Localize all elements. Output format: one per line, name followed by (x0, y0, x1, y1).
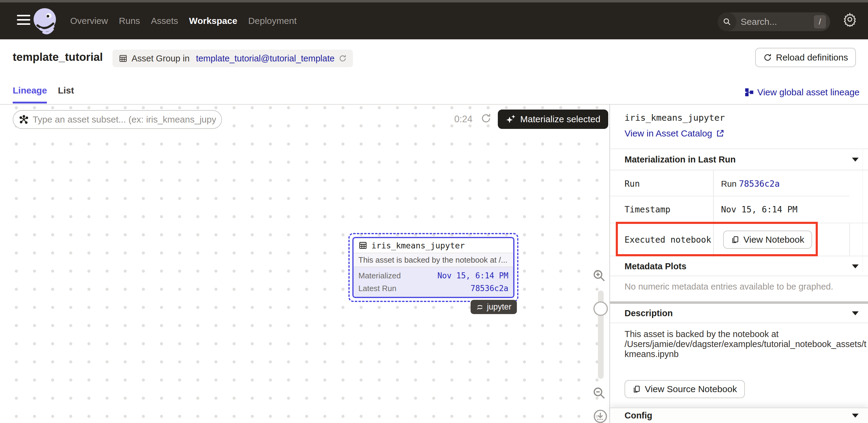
primary-nav: Overview Runs Assets Workspace Deploymen… (70, 2, 297, 39)
run-value-prefix: Run (721, 179, 739, 188)
breadcrumb-repo-link[interactable]: template_tutorial@tutorial_template (196, 54, 335, 64)
description-line: kmeans.ipynb (624, 349, 861, 359)
gear-icon[interactable] (843, 12, 857, 27)
chevron-down-icon (852, 264, 859, 269)
metadata-empty-text: No numeric metadata entries available to… (624, 282, 833, 292)
row-divider (610, 196, 849, 197)
zoom-out-icon[interactable] (592, 386, 606, 400)
zoom-slider-thumb[interactable] (593, 301, 608, 316)
description-heading: Description (624, 308, 673, 318)
asset-node-name: iris_kmeans_jupyter (371, 241, 465, 250)
window-edge (0, 0, 868, 2)
table-column-divider (713, 170, 714, 257)
table-row3-divider (849, 223, 850, 256)
asset-group-icon (119, 54, 128, 63)
timestamp-value: Nov 15, 6:14 PM (721, 205, 798, 214)
asset-sidebar-panel: iris_kmeans_jupyter View in Asset Catalo… (610, 105, 868, 423)
latest-run-label: Latest Run (359, 284, 397, 293)
zoom-in-icon[interactable] (592, 269, 606, 282)
lineage-canvas[interactable]: 0:24 Materialize selected (0, 105, 610, 423)
zoom-to-fit-icon[interactable] (593, 409, 608, 423)
panel-asset-name: iris_kmeans_jupyter (624, 113, 725, 123)
breadcrumb: Asset Group in template_tutorial@tutoria… (113, 50, 353, 67)
row-divider (610, 223, 868, 223)
materialized-label: Materialized (359, 271, 401, 280)
view-notebook-button[interactable]: View Notebook (723, 231, 812, 249)
tab-list[interactable]: List (58, 85, 74, 103)
catalog-link-label: View in Asset Catalog (624, 128, 712, 139)
global-lineage-label: View global asset lineage (757, 87, 860, 97)
top-nav-bar: Overview Runs Assets Workspace Deploymen… (0, 0, 868, 39)
notebook-icon (632, 385, 641, 393)
metadata-plots-heading: Metadata Plots (624, 262, 686, 271)
search-icon (718, 12, 737, 31)
config-heading: Config (624, 411, 652, 421)
nav-item-overview[interactable]: Overview (70, 16, 108, 26)
view-in-asset-catalog-link[interactable]: View in Asset Catalog (624, 128, 724, 139)
view-tabs: Lineage List (13, 85, 74, 103)
asset-subset-filter[interactable] (13, 110, 222, 129)
materialized-value[interactable]: Nov 15, 6:14 PM (437, 271, 508, 280)
reload-icon (763, 53, 772, 62)
run-key: Run (624, 179, 640, 189)
reload-definitions-label: Reload definitions (776, 52, 848, 63)
compute-kind-tag-jupyter[interactable]: jupyter (471, 300, 517, 314)
external-link-icon (716, 129, 724, 138)
search-shortcut-badge: / (814, 15, 826, 28)
refresh-icon[interactable] (480, 113, 492, 124)
page-title: template_tutorial (13, 51, 103, 64)
global-search[interactable]: Search... / (718, 12, 830, 31)
chevron-down-icon (852, 311, 859, 315)
asset-node-description: This asset is backed by the notebook at … (353, 253, 513, 267)
row-divider (610, 256, 868, 256)
view-source-notebook-label: View Source Notebook (645, 384, 737, 394)
asset-node-iris-kmeans-jupyter[interactable]: iris_kmeans_jupyter This asset is backed… (352, 237, 515, 298)
nav-item-workspace[interactable]: Workspace (189, 16, 238, 26)
dagster-app: Overview Runs Assets Workspace Deploymen… (0, 0, 868, 423)
asset-node-selection[interactable]: iris_kmeans_jupyter This asset is backed… (348, 233, 518, 302)
description-text: This asset is backed by the notebook at … (624, 329, 861, 359)
refresh-timer: 0:24 (454, 114, 472, 125)
nav-item-deployment[interactable]: Deployment (248, 16, 297, 26)
chevron-down-icon (852, 157, 859, 162)
chevron-down-icon (852, 413, 859, 418)
section-config[interactable]: Config (610, 407, 868, 423)
tab-lineage[interactable]: Lineage (13, 85, 47, 103)
menu-icon[interactable] (17, 15, 30, 25)
nav-item-runs[interactable]: Runs (119, 16, 140, 26)
description-line: /Users/jamie/dev/dagster/examples/tutori… (624, 339, 861, 349)
jupyter-icon (476, 303, 484, 311)
asset-table-icon (359, 241, 368, 250)
asset-node-stats: Materialized Nov 15, 6:14 PM Latest Run … (353, 267, 513, 298)
asset-subset-input[interactable] (33, 114, 216, 125)
view-source-notebook-button[interactable]: View Source Notebook (624, 380, 745, 398)
graph-filter-icon (19, 114, 29, 125)
nav-item-assets[interactable]: Assets (151, 16, 178, 26)
notebook-icon (731, 235, 740, 244)
description-line: This asset is backed by the notebook at (624, 329, 861, 339)
sparkle-icon (506, 114, 516, 124)
timestamp-key: Timestamp (624, 205, 671, 214)
latest-run-value[interactable]: 78536c2a (471, 284, 508, 293)
run-id-link[interactable]: 78536c2a (739, 179, 780, 189)
materialize-selected-button[interactable]: Materialize selected (498, 110, 608, 129)
breadcrumb-reload-icon[interactable] (338, 54, 347, 63)
run-value: Run 78536c2a (721, 179, 780, 189)
executed-notebook-key: Executed notebook (624, 235, 711, 245)
view-global-asset-lineage-link[interactable]: View global asset lineage (745, 87, 860, 97)
section-description[interactable]: Description (610, 304, 868, 323)
view-notebook-label: View Notebook (743, 235, 804, 245)
section-materialization-last-run[interactable]: Materialization in Last Run (610, 149, 868, 170)
jupyter-tag-label: jupyter (487, 302, 512, 312)
materialization-heading: Materialization in Last Run (624, 155, 736, 164)
materialize-label: Materialize selected (520, 114, 600, 124)
section-metadata-plots[interactable]: Metadata Plots (610, 257, 868, 276)
breadcrumb-prefix: Asset Group in (131, 54, 192, 64)
dagster-logo-icon[interactable] (31, 7, 59, 34)
lineage-graph-icon (745, 88, 754, 97)
panel-splitter[interactable] (610, 301, 868, 304)
reload-definitions-button[interactable]: Reload definitions (755, 48, 856, 67)
search-placeholder: Search... (741, 17, 814, 27)
